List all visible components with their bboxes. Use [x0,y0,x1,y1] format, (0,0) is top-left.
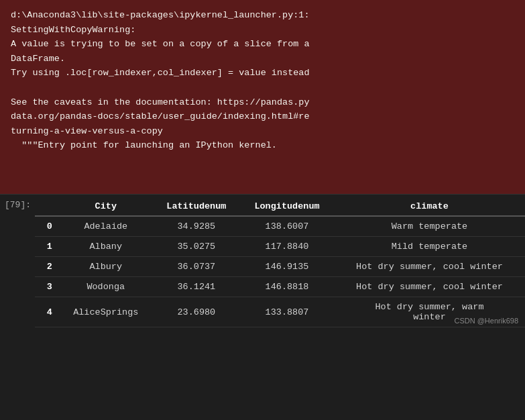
cell-lon: 146.8818 [240,277,334,297]
cell-lat: 36.0737 [153,257,240,277]
table-row: 2Albury36.0737146.9135Hot dry summer, co… [35,257,525,277]
cell-city: Adelaide [59,216,153,237]
cell-climate: Mild temperate [334,237,525,257]
error-line-4: DataFrame. [11,52,514,66]
table-row: 4AliceSprings23.6980133.8807Hot dry summ… [35,297,525,327]
table-output-area: [79]: City Latitudenum Longitudenum clim… [0,195,525,330]
watermark: CSDN @Henrik698 [454,317,518,325]
table-row: 1Albany35.0275117.8840Mild temperate [35,237,525,257]
cell-climate: Hot dry summer, cool winter [334,277,525,297]
table-row: 0Adelaide34.9285138.6007Warm temperate [35,216,525,237]
col-header-climate: climate [334,197,525,216]
error-line-1: d:\Anaconda3\lib\site-packages\ipykernel… [11,8,514,23]
table-container: City Latitudenum Longitudenum climate 0A… [35,195,525,330]
cell-lat: 36.1241 [153,277,240,297]
cell-index: 0 [35,216,59,237]
col-header-city: City [59,197,153,216]
cell-index: 2 [35,257,59,277]
cell-lat: 23.6980 [153,297,240,327]
cell-climate: Hot dry summer, cool winter [334,257,525,277]
col-header-lat: Latitudenum [153,197,240,216]
cell-label: [79]: [0,195,35,330]
error-line-2: SettingWithCopyWarning: [11,23,514,38]
cell-lon: 117.8840 [240,237,334,257]
cell-city: AliceSprings [59,297,153,327]
error-line-5: Try using .loc[row_indexer,col_indexer] … [11,66,514,81]
cell-city: Albury [59,257,153,277]
error-line-8: data.org/pandas-docs/stable/user_guide/i… [11,109,514,124]
cell-index: 1 [35,237,59,257]
error-line-6 [11,81,514,95]
cell-lat: 35.0275 [153,237,240,257]
cell-index: 3 [35,277,59,297]
cell-index: 4 [35,297,59,327]
error-line-7: See the caveats in the documentation: ht… [11,95,514,110]
output-wrapper: [79]: City Latitudenum Longitudenum clim… [0,195,525,330]
cell-lat: 34.9285 [153,216,240,237]
cell-lon: 133.8807 [240,297,334,327]
table-row: 3Wodonga36.1241146.8818Hot dry summer, c… [35,277,525,297]
cell-lon: 138.6007 [240,216,334,237]
error-line-10: """Entry point for launching an IPython … [11,138,514,153]
cell-climate: Warm temperate [334,216,525,237]
cell-city: Albany [59,237,153,257]
cell-city: Wodonga [59,277,153,297]
error-line-9: turning-a-view-versus-a-copy [11,124,514,139]
col-header-lon: Longitudenum [240,197,334,216]
error-line-3: A value is trying to be set on a copy of… [11,37,514,52]
col-header-index [35,197,59,216]
table-header-row: City Latitudenum Longitudenum climate [35,197,525,216]
error-output: d:\Anaconda3\lib\site-packages\ipykernel… [0,0,525,195]
cell-lon: 146.9135 [240,257,334,277]
data-table: City Latitudenum Longitudenum climate 0A… [35,197,525,327]
